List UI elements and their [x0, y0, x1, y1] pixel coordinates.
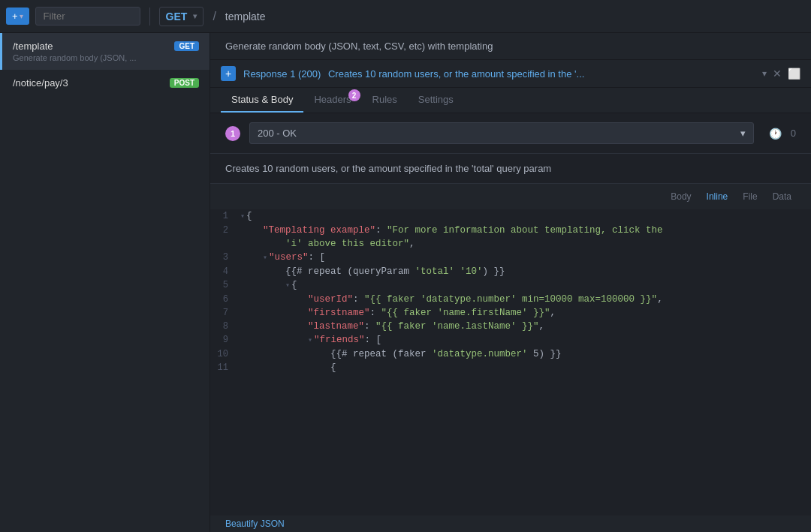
response-actions: ▾ ✕ ⬜: [762, 68, 800, 80]
sidebar-desc-template: Generate random body (JSON, ...: [13, 53, 199, 62]
sidebar: /template GET Generate random body (JSON…: [0, 33, 210, 532]
step-1-badge: 1: [225, 126, 240, 141]
sidebar-item-template[interactable]: /template GET Generate random body (JSON…: [0, 33, 210, 70]
tab-headers-label: Headers: [314, 94, 351, 105]
status-section: 1 200 - OK ▾ 🕐 0: [210, 113, 811, 154]
code-line-3: 3 ▾"users": [: [210, 251, 811, 265]
body-tab-body[interactable]: Body: [666, 190, 695, 203]
method-select[interactable]: GET ▾: [159, 7, 204, 26]
method-chevron-icon: ▾: [193, 12, 197, 20]
response-tabs: Status & Body Headers 2 Rules Settings: [210, 88, 811, 113]
tab-headers-badge: 2: [348, 89, 360, 101]
tab-status-body-label: Status & Body: [231, 94, 293, 105]
status-chevron-icon: ▾: [740, 128, 746, 139]
response-bar: + Response 1 (200) Creates 10 random use…: [210, 60, 811, 88]
add-icon: +: [12, 11, 18, 22]
method-label: GET: [166, 11, 188, 23]
response-label-prefix: Response 1 (200): [243, 68, 321, 80]
code-line-11: 11 {: [210, 361, 811, 374]
code-line-2: 2 "Templating example": "For more inform…: [210, 224, 811, 237]
response-dropdown-icon[interactable]: ▾: [762, 68, 767, 79]
code-line-8: 8 "lastname": "{{ faker 'name.lastName' …: [210, 320, 811, 333]
tab-headers[interactable]: Headers 2: [303, 88, 361, 113]
route-description: Generate random body (JSON, text, CSV, e…: [210, 33, 811, 60]
body-tab-data[interactable]: Data: [768, 190, 796, 203]
tab-rules[interactable]: Rules: [362, 88, 408, 113]
sidebar-item-notice[interactable]: /notice/pay/3 POST: [0, 70, 210, 96]
beautify-json-button[interactable]: Beautify JSON: [210, 515, 811, 532]
body-tabs: Body Inline File Data: [210, 184, 811, 209]
latency-value: 0: [791, 128, 796, 139]
add-response-button[interactable]: +: [221, 66, 236, 81]
code-line-9: 9 ▾"friends": [: [210, 333, 811, 347]
sidebar-method-badge-notice: POST: [170, 78, 199, 88]
sidebar-path-notice: /notice/pay/3: [13, 77, 68, 89]
response-close-button[interactable]: ✕: [773, 68, 782, 80]
slash-separator: /: [213, 10, 216, 23]
add-route-button[interactable]: + ▾: [6, 8, 29, 25]
response-label-suffix: Creates 10 random users, or the amount s…: [328, 68, 584, 80]
code-line-5: 5 ▾{: [210, 278, 811, 293]
tab-rules-label: Rules: [372, 94, 397, 105]
body-tab-inline[interactable]: Inline: [702, 190, 733, 203]
content-area: Generate random body (JSON, text, CSV, e…: [210, 33, 811, 532]
code-line-1: 1 ▾{: [210, 209, 811, 224]
code-line-2b: 'i' above this editor",: [210, 237, 811, 251]
code-line-4: 4 {{# repeat (queryParam 'total' '10') }…: [210, 265, 811, 278]
tab-status-body[interactable]: Status & Body: [221, 88, 303, 113]
code-editor[interactable]: 1 ▾{ 2 "Templating example": "For more i…: [210, 209, 811, 515]
sidebar-method-badge-template: GET: [174, 41, 199, 51]
code-line-10: 10 {{# repeat (faker 'datatype.number' 5…: [210, 347, 811, 361]
url-path: template: [225, 11, 266, 23]
sidebar-path-template: /template: [13, 41, 53, 52]
code-line-6: 6 "userId": "{{ faker 'datatype.number' …: [210, 293, 811, 306]
status-select-dropdown[interactable]: 200 - OK ▾: [249, 122, 754, 144]
filter-input[interactable]: [35, 7, 140, 26]
add-chevron-icon: ▾: [20, 12, 23, 20]
body-tab-file[interactable]: File: [738, 190, 761, 203]
clock-icon: 🕐: [769, 128, 782, 140]
response-description-text: Creates 10 random users, or the amount s…: [210, 154, 811, 184]
status-value-label: 200 - OK: [258, 128, 297, 139]
response-expand-button[interactable]: ⬜: [788, 68, 800, 80]
top-bar: + ▾ GET ▾ / template: [0, 0, 811, 33]
main-layout: /template GET Generate random body (JSON…: [0, 33, 811, 532]
code-line-7: 7 "firstname": "{{ faker 'name.firstName…: [210, 306, 811, 320]
response-label: Response 1 (200) Creates 10 random users…: [243, 68, 755, 80]
tab-settings[interactable]: Settings: [408, 88, 464, 113]
tab-settings-label: Settings: [418, 94, 454, 105]
